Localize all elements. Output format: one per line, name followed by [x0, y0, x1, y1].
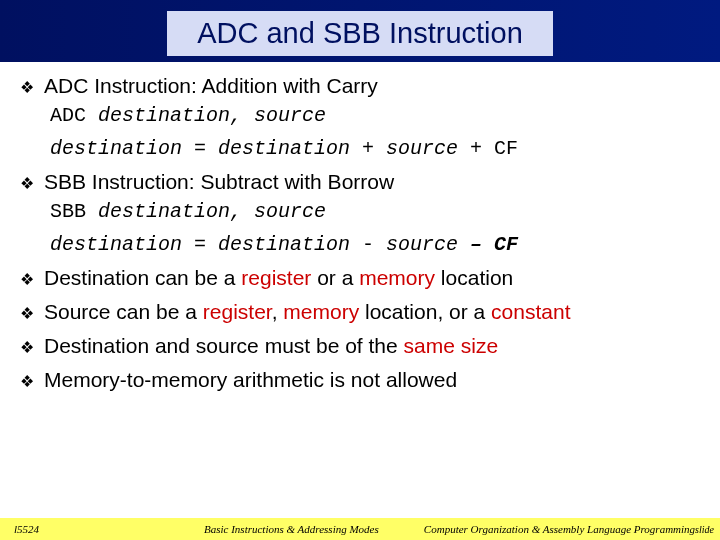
footer-slide-label: slide	[695, 524, 714, 535]
code-text: -	[350, 233, 386, 256]
code-text: SBB	[50, 200, 98, 223]
bullet-icon: ❖	[20, 338, 36, 357]
footer-bar: l5524 Basic Instructions & Addressing Mo…	[0, 518, 720, 540]
bullet-adc: ❖ ADC Instruction: Addition with Carry	[20, 74, 700, 98]
code-text: destination	[218, 137, 350, 160]
bullet-text: Destination can be a register or a memor…	[44, 266, 513, 290]
bullet-mem2mem: ❖ Memory-to-memory arithmetic is not all…	[20, 368, 700, 392]
bullet-samesize: ❖ Destination and source must be of the …	[20, 334, 700, 358]
bullet-text: ADC Instruction: Addition with Carry	[44, 74, 378, 98]
text-part: memory	[283, 300, 359, 323]
text-part: memory	[359, 266, 435, 289]
code-text: source	[386, 137, 458, 160]
code-text: =	[182, 233, 218, 256]
bullet-text: Source can be a register, memory locatio…	[44, 300, 570, 324]
code-text: destination	[50, 137, 182, 160]
slide-content: ❖ ADC Instruction: Addition with Carry A…	[0, 62, 720, 392]
bullet-text: SBB Instruction: Subtract with Borrow	[44, 170, 394, 194]
text-part: location	[435, 266, 513, 289]
code-text: +	[350, 137, 386, 160]
bullet-dest: ❖ Destination can be a register or a mem…	[20, 266, 700, 290]
text-part: location, or a	[359, 300, 491, 323]
text-part: register	[203, 300, 272, 323]
bullet-icon: ❖	[20, 270, 36, 289]
text-part: Destination and source must be of the	[44, 334, 404, 357]
code-adc-semantics: destination = destination + source + CF	[50, 137, 700, 160]
footer-left: l5524	[14, 523, 174, 535]
bullet-sbb: ❖ SBB Instruction: Subtract with Borrow	[20, 170, 700, 194]
code-text: destination, source	[98, 200, 326, 223]
title-box: ADC and SBB Instruction	[167, 11, 553, 56]
code-text: destination, source	[98, 104, 326, 127]
bullet-text: Memory-to-memory arithmetic is not allow…	[44, 368, 457, 392]
footer-mid: Basic Instructions & Addressing Modes	[204, 523, 379, 535]
code-sbb-semantics: destination = destination - source – CF	[50, 233, 700, 256]
code-text: – CF	[458, 233, 518, 256]
code-text: destination	[218, 233, 350, 256]
slide-title: ADC and SBB Instruction	[197, 17, 523, 49]
code-text: destination	[50, 233, 182, 256]
code-text: =	[182, 137, 218, 160]
text-part: ,	[272, 300, 284, 323]
code-text: ADC	[50, 104, 98, 127]
text-part: same size	[404, 334, 499, 357]
code-adc-syntax: ADC destination, source	[50, 104, 700, 127]
bullet-icon: ❖	[20, 372, 36, 391]
footer-right: Computer Organization & Assembly Languag…	[424, 523, 714, 535]
title-bar: ADC and SBB Instruction	[0, 0, 720, 62]
bullet-source: ❖ Source can be a register, memory locat…	[20, 300, 700, 324]
footer-right-text: Computer Organization & Assembly Languag…	[424, 523, 695, 535]
bullet-icon: ❖	[20, 304, 36, 323]
text-part: or a	[311, 266, 359, 289]
bullet-icon: ❖	[20, 174, 36, 193]
code-sbb-syntax: SBB destination, source	[50, 200, 700, 223]
text-part: register	[241, 266, 311, 289]
code-text: source	[386, 233, 458, 256]
code-text: + CF	[458, 137, 518, 160]
bullet-text: Destination and source must be of the sa…	[44, 334, 498, 358]
text-part: Destination can be a	[44, 266, 241, 289]
text-part: Source can be a	[44, 300, 203, 323]
text-part: constant	[491, 300, 570, 323]
bullet-icon: ❖	[20, 78, 36, 97]
